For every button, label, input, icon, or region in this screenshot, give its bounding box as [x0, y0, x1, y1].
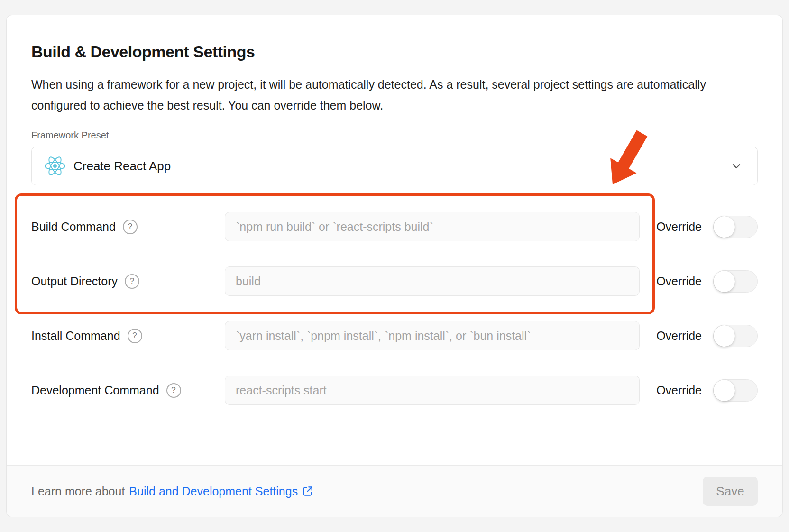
output-directory-label-group: Output Directory ? [31, 274, 225, 289]
help-icon[interactable]: ? [123, 220, 138, 234]
card-body: Build & Development Settings When using … [7, 15, 782, 405]
build-command-override-group: Override [656, 216, 758, 238]
output-directory-input[interactable] [225, 266, 640, 296]
install-command-override-toggle[interactable] [713, 325, 758, 347]
help-icon[interactable]: ? [166, 383, 181, 398]
toggle-knob [714, 380, 735, 401]
development-command-input[interactable] [225, 376, 640, 405]
build-command-input[interactable] [225, 212, 640, 241]
output-directory-label: Output Directory [31, 275, 118, 288]
page-title: Build & Development Settings [31, 42, 758, 62]
output-directory-row: Output Directory ? Override [31, 266, 758, 296]
install-command-label-group: Install Command ? [31, 329, 225, 343]
help-icon[interactable]: ? [125, 274, 139, 289]
settings-rows: Build Command ? Override Output Director… [31, 212, 758, 405]
save-button[interactable]: Save [703, 477, 758, 506]
framework-preset-value: Create React App [73, 159, 171, 174]
install-command-override-group: Override [656, 325, 758, 347]
install-command-row: Install Command ? Override [31, 321, 758, 350]
chevron-down-icon [730, 159, 743, 173]
react-logo-icon [44, 156, 66, 176]
build-command-row: Build Command ? Override [31, 212, 758, 241]
override-label: Override [656, 384, 702, 397]
framework-preset-select[interactable]: Create React App [31, 147, 758, 185]
development-command-label-group: Development Command ? [31, 383, 225, 398]
development-command-override-toggle[interactable] [713, 379, 758, 402]
build-command-label: Build Command [31, 220, 116, 234]
toggle-knob [714, 271, 735, 292]
toggle-knob [714, 216, 735, 238]
card-footer: Learn more about Build and Development S… [7, 465, 782, 517]
override-label: Override [656, 329, 702, 343]
link-label: Build and Development Settings [129, 485, 298, 498]
output-directory-override-toggle[interactable] [713, 270, 758, 293]
build-command-label-group: Build Command ? [31, 220, 225, 234]
toggle-knob [714, 325, 735, 347]
output-directory-override-group: Override [656, 270, 758, 293]
help-icon[interactable]: ? [128, 329, 142, 343]
framework-preset-label: Framework Preset [31, 130, 758, 141]
install-command-input[interactable] [225, 321, 640, 350]
install-command-label: Install Command [31, 329, 120, 343]
build-command-override-toggle[interactable] [713, 216, 758, 238]
override-label: Override [656, 220, 702, 234]
override-label: Override [656, 275, 702, 288]
development-command-row: Development Command ? Override [31, 376, 758, 405]
external-link-icon [302, 485, 314, 497]
learn-more-text: Learn more about Build and Development S… [31, 485, 314, 498]
development-command-label: Development Command [31, 384, 159, 397]
development-command-override-group: Override [656, 379, 758, 402]
build-dev-settings-card: Build & Development Settings When using … [6, 15, 783, 517]
build-dev-settings-link[interactable]: Build and Development Settings [129, 485, 314, 498]
learn-more-prefix: Learn more about [31, 485, 125, 498]
settings-description: When using a framework for a new project… [31, 74, 709, 116]
